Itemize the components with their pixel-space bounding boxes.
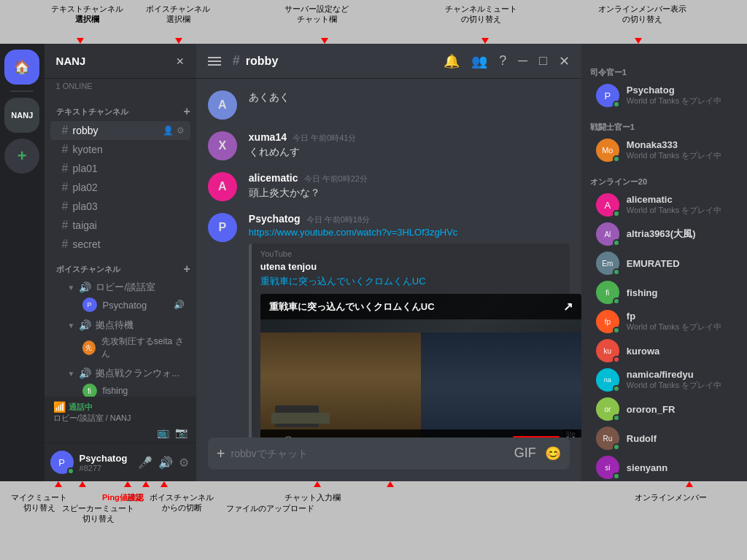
voice-user-seita[interactable]: 先 先攻制圧するseita さん — [50, 334, 190, 362]
member-alicematic[interactable]: A alicematic World of Tanks をプレイ中 — [587, 190, 741, 219]
channel-pla01[interactable]: # pla01 — [50, 159, 190, 178]
video-fullscreen-icon[interactable]: ⛶ — [565, 436, 576, 438]
chat-input-icons: GIF 😊 — [514, 446, 561, 462]
voice-channel-clwar[interactable]: ▼ 🔊 拠点戦クランウォ... — [50, 365, 190, 382]
message-link-youtube[interactable]: https://www.youtube.com/watch?v=3HLOf3zg… — [249, 227, 458, 238]
hamburger-menu[interactable] — [208, 57, 221, 66]
member-namica[interactable]: na namica/firedyu World of Tanks をプレイ中 — [587, 365, 741, 394]
member-status-namica — [613, 385, 620, 392]
message-content-psychatog: Psychatog 今日 午前0時18分 https://www.youtube… — [249, 213, 570, 438]
member-status-fishing — [613, 298, 620, 305]
member-name-fishing: fishing — [627, 287, 732, 298]
file-upload-button[interactable]: + — [217, 446, 225, 462]
member-info-namica: namica/firedyu World of Tanks をプレイ中 — [627, 369, 732, 391]
message-avatar-alicematic: A — [208, 172, 237, 201]
channel-invite-icon[interactable]: 👤 — [163, 125, 174, 136]
channel-secret[interactable]: # secret — [50, 235, 190, 254]
user-name: Psychatog — [80, 453, 131, 464]
member-info-rudolf: Rudolf — [627, 433, 732, 444]
member-avatar-sienyann: si — [596, 456, 619, 479]
text-channel-category[interactable]: テキストチャンネル + — [44, 105, 196, 118]
video-mock: 重戦車に突っ込んでいくクロムくんUC ↗ — [260, 294, 581, 438]
voice-channel-icon-2: 🔊 — [79, 319, 91, 331]
voice-channel-category[interactable]: ボイスチャンネル + — [44, 262, 196, 276]
emoji-button[interactable]: 😊 — [545, 446, 561, 462]
member-ororon[interactable]: or ororon_FR — [587, 394, 741, 424]
mic-mute-button[interactable]: 🎤 — [136, 454, 154, 471]
user-settings-button[interactable]: ⚙ — [177, 454, 190, 471]
message-header-alicematic: alicematic 今日 午前0時22分 — [249, 172, 570, 184]
message-header-xuma14: xuma14 今日 午前0時41分 — [249, 131, 570, 144]
voice-user-fishing[interactable]: fi fishing — [50, 382, 190, 397]
chat-input-box: + GIF 😊 — [208, 438, 570, 470]
member-info-monaka333: Monaka333 World of Tanks をプレイ中 — [627, 139, 732, 161]
video-volume-icon[interactable]: 🔊 — [281, 436, 293, 438]
notification-bell-icon[interactable]: 🔔 — [444, 53, 460, 69]
chat-input-field[interactable] — [231, 448, 514, 459]
channel-settings-icon[interactable]: ⚙ — [177, 125, 185, 136]
message-content-akuaku: あくあく — [249, 90, 570, 105]
online-count: 1 ONLINE — [44, 79, 196, 93]
voice-kyoten-collapse-icon: ▼ — [68, 322, 75, 330]
members-toggle-icon[interactable]: 👥 — [471, 53, 487, 69]
video-replay-icon[interactable]: ↺ — [266, 436, 275, 438]
nanj-server-icon[interactable]: NANJ — [4, 98, 39, 133]
member-rudolf[interactable]: Ru Rudolf — [587, 424, 741, 453]
member-psychatog[interactable]: P Psychatog World of Tanks をプレイ中 — [587, 81, 741, 110]
server-menu-icon[interactable]: ✕ — [176, 55, 185, 67]
member-sienyann[interactable]: si sienyann — [587, 453, 741, 481]
member-name-psychatog: Psychatog — [627, 85, 732, 96]
video-title-text: 重戦車に突っ込んでいくクロムくんUC — [269, 300, 435, 314]
home-server-icon[interactable]: 🏠 — [4, 50, 39, 85]
member-info-alicematic: alicematic World of Tanks をプレイ中 — [627, 194, 732, 216]
channel-kyoten[interactable]: # kyoten — [50, 140, 190, 159]
member-info-fishing: fishing — [627, 287, 732, 298]
members-sidebar: 司令官ー1 P Psychatog World of Tanks をプレイ中 戦… — [581, 44, 747, 481]
member-monaka333[interactable]: Mo Monaka333 World of Tanks をプレイ中 — [587, 136, 741, 165]
server-name: NANJ — [56, 55, 86, 67]
channel-robby[interactable]: # robby 👤 ⚙ — [50, 121, 190, 140]
voice-user-psychatog[interactable]: P Psychatog 🔊 — [50, 296, 190, 314]
voice-user-icon[interactable]: 🔊 — [174, 300, 185, 310]
gif-button[interactable]: GIF — [514, 446, 536, 462]
message-content-xuma14: xuma14 今日 午前0時41分 くれめんす — [249, 131, 570, 160]
member-avatar-psychatog: P — [596, 84, 619, 107]
member-name-emurated: EMURATED — [627, 258, 732, 269]
video-share-icon[interactable]: ↗ — [563, 300, 573, 314]
member-kurowa[interactable]: ku kurowa — [587, 336, 741, 365]
voice-screen-share-icon[interactable]: 📺 — [157, 427, 169, 438]
channel-taigai[interactable]: # taigai — [50, 216, 190, 235]
member-altria[interactable]: Al altria3963(大風) — [587, 219, 741, 249]
add-voice-channel-icon[interactable]: + — [183, 262, 190, 276]
add-text-channel-icon[interactable]: + — [183, 105, 190, 118]
message-content-alicematic: alicematic 今日 午前0時22分 頭上炎大かな？ — [249, 172, 570, 201]
message-author-alicematic: alicematic — [249, 172, 298, 184]
message-alicematic: A alicematic 今日 午前0時22分 頭上炎大かな？ — [208, 172, 570, 201]
server-list: 🏠 NANJ + — [0, 44, 44, 481]
maximize-icon[interactable]: □ — [539, 53, 547, 69]
voice-camera-icon[interactable]: 📷 — [175, 427, 187, 438]
speaker-mute-button[interactable]: 🔊 — [157, 454, 174, 471]
voice-channel-kyoten[interactable]: ▼ 🔊 拠点待機 — [50, 316, 190, 334]
member-fishing[interactable]: fi fishing — [587, 278, 741, 307]
member-emurated[interactable]: Em EMURATED — [587, 249, 741, 278]
messages-container: A あくあく X xuma14 今日 午前0時41分 くれめんす A — [196, 79, 581, 438]
voice-channel-lobby[interactable]: ▼ 🔊 ロビー/談話室 — [50, 279, 190, 296]
minimize-icon[interactable]: ─ — [518, 53, 527, 69]
member-fp[interactable]: fp fp World of Tanks をプレイ中 — [587, 307, 741, 336]
embed-video-thumbnail[interactable]: 重戦車に突っ込んでいくクロムくんUC ↗ — [260, 294, 581, 438]
chat-header-icons: 🔔 👥 ? ─ □ ✕ — [444, 53, 570, 69]
annotation-speaker-mute: スピーカーミュート切り替え — [62, 503, 134, 524]
video-controls[interactable]: ↺ 🔊 2:08 / 2:08 ⚙ ▶ YouTube ⛶ — [260, 429, 581, 438]
chat-channel-name: robby — [246, 55, 278, 68]
channel-pla03[interactable]: # pla03 — [50, 197, 190, 216]
server-header[interactable]: NANJ ✕ — [44, 44, 196, 79]
add-server-button[interactable]: + — [4, 139, 39, 174]
member-avatar-ororon: or — [596, 397, 619, 421]
close-icon[interactable]: ✕ — [559, 53, 570, 69]
video-settings-icon[interactable]: ⚙ — [498, 436, 507, 438]
user-discriminator: #8277 — [80, 464, 131, 472]
message-author-xuma14: xuma14 — [249, 131, 287, 143]
channel-pla02[interactable]: # pla02 — [50, 178, 190, 197]
help-icon[interactable]: ? — [499, 53, 506, 69]
